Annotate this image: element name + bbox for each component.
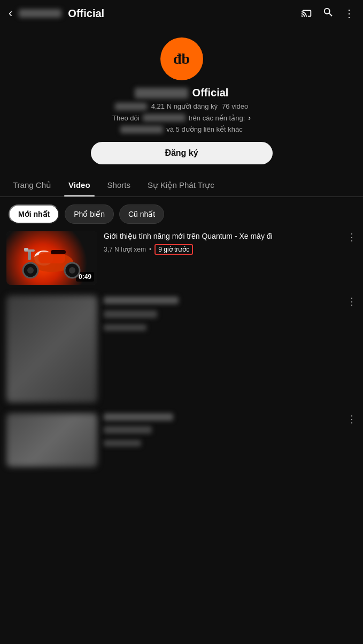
- search-icon[interactable]: [322, 6, 334, 20]
- video-item-2: ⋮: [6, 296, 357, 403]
- tab-video[interactable]: Video: [60, 174, 99, 196]
- video-item-3: ⋮: [6, 413, 357, 467]
- video-title-1[interactable]: Giới thiệu tính năng mới trên Quantum - …: [104, 231, 357, 242]
- avatar: đb: [160, 37, 203, 80]
- video-more-icon-2[interactable]: ⋮: [347, 296, 357, 307]
- video-meta-blur-2: [104, 324, 146, 331]
- thumbnail-3-blur[interactable]: [6, 413, 97, 467]
- video-item-1: 0:49 ⋮ Giới thiệu tính năng mới trên Qua…: [6, 231, 357, 285]
- tab-shorts[interactable]: Shorts: [99, 174, 139, 196]
- subscribe-button[interactable]: Đăng ký: [91, 142, 273, 164]
- header-right: ⋮: [301, 6, 354, 20]
- header-left: ‹ Official: [9, 6, 104, 20]
- links-row: và 5 đường liên kết khác: [120, 125, 243, 133]
- back-button[interactable]: ‹: [9, 6, 12, 20]
- channel-name-official: Official: [192, 87, 229, 99]
- video-title-blur-2: [104, 297, 179, 304]
- svg-rect-10: [51, 250, 66, 254]
- avatar-text: đb: [173, 50, 190, 67]
- cast-icon[interactable]: [301, 6, 313, 20]
- video-more-icon-3[interactable]: ⋮: [347, 413, 357, 425]
- header-channel-blur: [19, 9, 61, 18]
- video-info-2: ⋮: [104, 296, 357, 331]
- follow-row: Theo dõi trên các nền tảng: ›: [112, 113, 251, 122]
- video-title-blur-2b: [104, 310, 157, 318]
- profile-section: đb Official 4,21 N người đăng ký 76 vide…: [0, 27, 363, 174]
- video-meta-1: 3,7 N lượt xem • 9 giờ trước: [104, 244, 357, 255]
- filter-newest[interactable]: Mới nhất: [9, 204, 59, 224]
- subscriber-count: 4,21 N người đăng ký: [151, 102, 218, 110]
- follow-chevron-icon[interactable]: ›: [248, 113, 251, 122]
- follow-suffix: trên các nền tảng:: [189, 114, 245, 122]
- follow-prefix: Theo dõi: [112, 114, 140, 122]
- filter-row: Mới nhất Phổ biến Cũ nhất: [0, 197, 363, 231]
- thumbnail-2-blur[interactable]: [6, 296, 97, 403]
- thumbnail-wrapper-3: [6, 413, 97, 467]
- links-text: và 5 đường liên kết khác: [166, 125, 243, 133]
- svg-rect-8: [28, 251, 31, 260]
- svg-point-5: [27, 267, 34, 274]
- filter-popular[interactable]: Phổ biến: [65, 204, 114, 224]
- channel-handle-blur: [115, 103, 147, 110]
- svg-point-7: [69, 267, 75, 274]
- filter-oldest[interactable]: Cũ nhất: [119, 204, 164, 224]
- video-title-blur-3b: [104, 426, 152, 434]
- video-views-1: 3,7 N lượt xem: [104, 246, 146, 253]
- video-meta-blur-3: [104, 440, 141, 446]
- channel-name-row: Official: [135, 87, 229, 99]
- channel-stats: 4,21 N người đăng ký 76 video: [115, 102, 249, 110]
- thumbnail-1[interactable]: 0:49: [6, 231, 97, 285]
- video-info-1: ⋮ Giới thiệu tính năng mới trên Quantum …: [104, 231, 357, 255]
- header-title: Official: [68, 7, 104, 20]
- tab-trang-chu[interactable]: Trang Chủ: [4, 174, 60, 196]
- video-more-icon-1[interactable]: ⋮: [347, 231, 357, 243]
- tab-su-kien[interactable]: Sự Kiện Phát Trực: [139, 174, 223, 196]
- channel-name-blur: [135, 88, 188, 99]
- more-icon[interactable]: ⋮: [344, 7, 354, 20]
- thumbnail-wrapper-1: 0:49: [6, 231, 97, 285]
- follow-platform-blur: [143, 114, 186, 122]
- video-time-1: 9 giờ trước: [155, 244, 193, 255]
- thumbnail-wrapper-2: [6, 296, 97, 403]
- video-title-blur-3: [104, 413, 173, 421]
- links-blur: [120, 126, 163, 133]
- video-list: 0:49 ⋮ Giới thiệu tính năng mới trên Qua…: [0, 231, 363, 467]
- meta-separator-1: •: [149, 246, 151, 253]
- tabs-container: Trang Chủ Video Shorts Sự Kiện Phát Trực: [0, 174, 363, 197]
- svg-rect-11: [24, 248, 28, 251]
- video-count: 76 video: [222, 102, 248, 110]
- header: ‹ Official ⋮: [0, 0, 363, 27]
- video-info-3: ⋮: [104, 413, 357, 446]
